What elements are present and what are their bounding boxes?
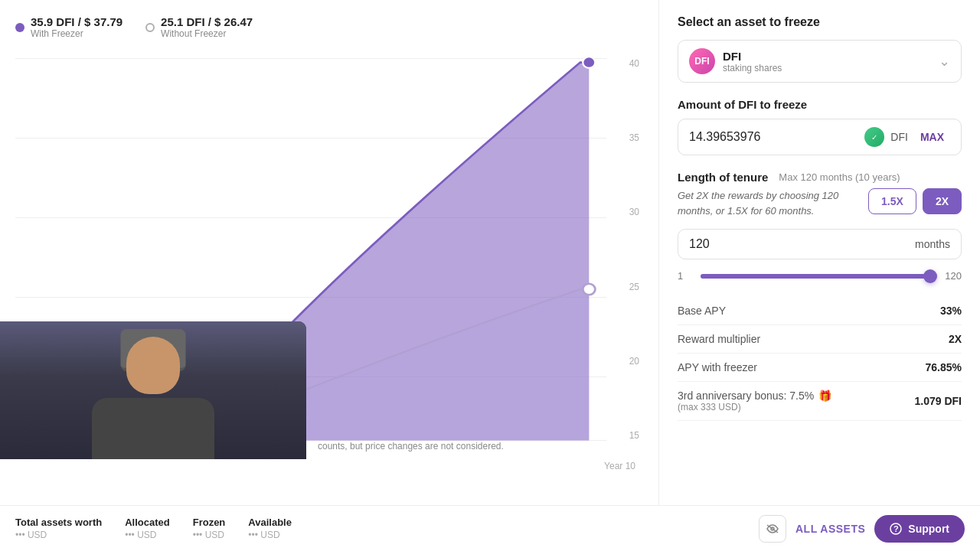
chart-note: counts, but price changes are not consid… — [318, 441, 504, 452]
y-label-20: 20 — [629, 356, 639, 367]
frozen-stat: Frozen ••• USD — [193, 517, 226, 540]
dfi-token-icon: ✓ — [864, 127, 884, 147]
multiplier-2x-button[interactable]: 2X — [923, 188, 962, 214]
multiplier-1-5x-button[interactable]: 1.5X — [868, 188, 916, 214]
bonus-row: 3rd anniversary bonus: 7.5% 🎁 (max 333 U… — [678, 382, 962, 421]
asset-name: DFI — [723, 50, 782, 63]
y-label-15: 15 — [629, 430, 639, 441]
y-axis-labels: 40 35 30 25 20 15 — [629, 51, 639, 448]
asset-selector-left: DFI DFI staking shares — [689, 48, 782, 74]
y-label-25: 25 — [629, 282, 639, 292]
allocated-label: Allocated — [125, 517, 170, 528]
x-axis-label: Year 10 — [604, 461, 635, 471]
support-button[interactable]: ? Support — [874, 515, 965, 543]
svg-point-7 — [583, 284, 595, 295]
tenure-label: Length of tenure — [678, 171, 768, 184]
with-freezer-value: 35.9 DFI / $ 37.79 — [31, 15, 122, 28]
bonus-label-text: 3rd anniversary bonus: 7.5% — [678, 390, 814, 402]
reward-multiplier-row: Reward multiplier 2X — [678, 325, 962, 354]
total-assets-label: Total assets worth — [15, 517, 102, 528]
tenure-section: Length of tenure Max 120 months (10 year… — [678, 171, 962, 282]
legend-dot-filled — [15, 23, 24, 32]
asset-info: DFI staking shares — [723, 50, 782, 73]
tenure-input-value[interactable]: 120 — [689, 237, 909, 251]
y-label-35: 35 — [629, 132, 639, 143]
legend-dot-outline — [145, 23, 155, 32]
without-freezer-label: Without Freezer — [161, 28, 253, 39]
webcam-head — [126, 337, 180, 394]
available-stat: Available ••• USD — [248, 517, 292, 540]
legend-without-freezer: 25.1 DFI / $ 26.47 Without Freezer — [145, 15, 253, 39]
bonus-value: 1.079 DFI — [915, 395, 962, 407]
y-label-30: 30 — [629, 207, 639, 217]
right-panel: Select an asset to freeze DFI DFI stakin… — [658, 0, 980, 505]
frozen-value: ••• USD — [193, 530, 226, 540]
svg-point-6 — [583, 57, 595, 68]
apy-freezer-label: APY with freezer — [678, 361, 757, 373]
all-assets-button[interactable]: ALL ASSETS — [795, 523, 865, 535]
support-button-label: Support — [908, 523, 949, 535]
webcam-person — [0, 321, 306, 459]
webcam-body — [92, 398, 214, 459]
slider-thumb[interactable] — [923, 269, 937, 283]
without-freezer-value: 25.1 DFI / $ 26.47 — [161, 15, 253, 28]
allocated-value: ••• USD — [125, 530, 170, 540]
apy-freezer-value: 76.85% — [926, 361, 962, 373]
amount-input-row: 14.39653976 ✓ DFI MAX — [678, 119, 962, 155]
svg-text:?: ? — [893, 524, 899, 533]
amount-section: Amount of DFI to freeze 14.39653976 ✓ DF… — [678, 98, 962, 155]
tenure-slider-row: 1 120 — [678, 270, 962, 282]
max-button[interactable]: MAX — [914, 128, 950, 146]
frozen-label: Frozen — [193, 517, 226, 528]
tenure-max: Max 120 months (10 years) — [779, 171, 900, 183]
tenure-slider[interactable] — [701, 274, 937, 279]
select-asset-title: Select an asset to freeze — [678, 15, 962, 29]
amount-input-value[interactable]: 14.39653976 — [689, 130, 858, 144]
slider-fill — [701, 274, 926, 279]
chart-area: 35.9 DFI / $ 37.79 With Freezer 25.1 DFI… — [0, 0, 658, 505]
allocated-stat: Allocated ••• USD — [125, 517, 170, 540]
y-label-40: 40 — [629, 58, 639, 69]
bonus-label-sub: (max 333 USD) — [678, 402, 831, 412]
base-apy-value: 33% — [940, 305, 962, 317]
tenure-input-row: 120 months — [678, 229, 962, 259]
hide-button[interactable] — [759, 515, 786, 543]
available-label: Available — [248, 517, 292, 528]
available-value: ••• USD — [248, 530, 292, 540]
base-apy-row: Base APY 33% — [678, 297, 962, 325]
bonus-icon: 🎁 — [818, 390, 831, 402]
legend-with-freezer: 35.9 DFI / $ 37.79 With Freezer — [15, 15, 122, 39]
chart-legend: 35.9 DFI / $ 37.79 With Freezer 25.1 DFI… — [15, 15, 651, 39]
webcam-overlay — [0, 321, 306, 459]
amount-label: Amount of DFI to freeze — [678, 98, 962, 111]
total-assets-value: ••• USD — [15, 530, 102, 540]
tenure-unit: months — [915, 238, 950, 250]
tenure-description: Get 2X the rewards by choosing 120 month… — [678, 188, 861, 218]
dfi-logo: DFI — [689, 48, 715, 74]
chevron-down-icon: ⌄ — [939, 53, 950, 70]
asset-sub: staking shares — [723, 63, 782, 73]
bonus-label-main: 3rd anniversary bonus: 7.5% 🎁 — [678, 390, 831, 402]
amount-currency: DFI — [890, 131, 908, 143]
asset-selector[interactable]: DFI DFI staking shares ⌄ — [678, 40, 962, 83]
apy-freezer-row: APY with freezer 76.85% — [678, 354, 962, 382]
total-assets-stat: Total assets worth ••• USD — [15, 517, 102, 540]
with-freezer-label: With Freezer — [31, 28, 122, 39]
reward-multiplier-value: 2X — [949, 333, 962, 345]
slider-max-label: 120 — [945, 270, 962, 282]
slider-min-label: 1 — [678, 270, 693, 282]
bottom-bar: Total assets worth ••• USD Allocated •••… — [0, 505, 980, 551]
bonus-label-container: 3rd anniversary bonus: 7.5% 🎁 (max 333 U… — [678, 390, 831, 412]
base-apy-label: Base APY — [678, 305, 726, 317]
reward-multiplier-label: Reward multiplier — [678, 333, 760, 345]
bottom-right-actions: ALL ASSETS ? Support — [759, 515, 965, 543]
